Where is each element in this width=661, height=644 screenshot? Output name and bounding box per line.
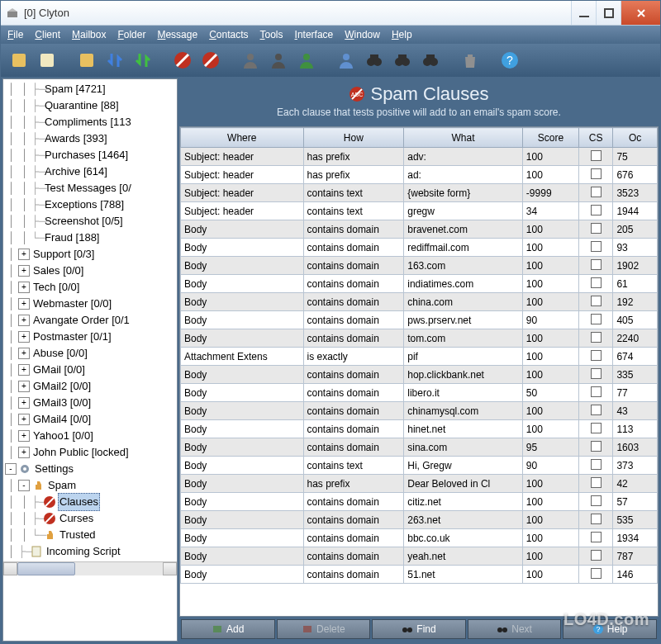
close-button[interactable] — [621, 1, 660, 25]
sync-down-icon[interactable] — [103, 49, 126, 72]
tree-item[interactable]: │+GMail2 [0/0] — [5, 378, 177, 395]
cell-what[interactable]: hinet.net — [404, 420, 523, 438]
cell-oc[interactable]: 335 — [613, 366, 658, 384]
cell-what[interactable]: Dear Beloved in Cl — [404, 475, 523, 493]
table-row[interactable]: Bodycontains domainchinamysql.com10043 — [181, 402, 658, 420]
cell-score[interactable]: 100 — [522, 566, 578, 584]
clauses-table[interactable]: WhereHowWhatScoreCSOc Subject: headerhas… — [180, 127, 658, 584]
tree-expander-icon[interactable]: + — [18, 298, 30, 310]
cell-how[interactable]: contains domain — [303, 293, 404, 311]
cell-how[interactable]: contains domain — [303, 275, 404, 293]
cell-oc[interactable]: 1603 — [613, 438, 658, 457]
forbid-icon[interactable] — [171, 49, 194, 72]
tree-expander-icon[interactable]: + — [18, 282, 30, 293]
cell-where[interactable]: Subject: header — [181, 148, 304, 166]
minimize-button[interactable] — [571, 1, 596, 25]
binoculars-back-icon[interactable] — [419, 49, 442, 72]
checkbox-icon[interactable] — [591, 532, 602, 542]
cell-how[interactable]: contains text — [303, 457, 404, 475]
cell-how[interactable]: contains domain — [303, 384, 404, 402]
cell-where[interactable]: Body — [181, 275, 304, 293]
cell-score[interactable]: 100 — [522, 293, 578, 311]
cell-cs[interactable] — [579, 475, 613, 493]
cell-cs[interactable] — [579, 311, 613, 329]
table-row[interactable]: Bodycontains domainhop.clickbank.net1003… — [181, 366, 658, 384]
cell-oc[interactable]: 676 — [613, 166, 658, 184]
cell-cs[interactable] — [579, 420, 613, 438]
checkbox-icon[interactable] — [591, 368, 602, 379]
table-row[interactable]: Attachment Extensis exactlypif100674 — [181, 348, 658, 366]
scroll-right-icon[interactable] — [163, 562, 177, 575]
table-row[interactable]: Bodycontains domainbbc.co.uk1001934 — [181, 529, 658, 547]
find-button[interactable]: Find — [372, 619, 466, 639]
tree-item[interactable]: │+Support [0/3] — [5, 246, 177, 263]
cell-where[interactable]: Body — [181, 384, 304, 402]
user-shadow-icon[interactable] — [267, 49, 290, 72]
cell-what[interactable]: yeah.net — [404, 547, 523, 566]
cell-score[interactable]: 100 — [522, 547, 578, 566]
tree-item[interactable]: ││├─Compliments [113 — [5, 114, 177, 130]
tree-item[interactable]: ││├─Quarantine [88] — [5, 97, 177, 114]
folder-tree[interactable]: ││├─Spam [4721]││├─Quarantine [88]││├─Co… — [3, 79, 177, 561]
checkbox-icon[interactable] — [591, 187, 602, 197]
tree-item[interactable]: │+Yahoo1 [0/0] — [5, 428, 177, 444]
cell-score[interactable]: 100 — [522, 257, 578, 275]
cell-where[interactable]: Body — [181, 547, 304, 566]
cell-cs[interactable] — [579, 402, 613, 420]
menu-message[interactable]: Message — [157, 29, 197, 40]
cell-oc[interactable]: 57 — [613, 493, 658, 511]
tree-expander-icon[interactable]: + — [18, 249, 30, 260]
cell-oc[interactable]: 1944 — [613, 202, 658, 220]
cell-cs[interactable] — [579, 148, 613, 166]
cell-how[interactable]: contains domain — [303, 566, 404, 584]
tree-expander-icon[interactable]: + — [18, 447, 30, 458]
cell-how[interactable]: contains domain — [303, 366, 404, 384]
tree-expander-icon[interactable]: - — [18, 480, 30, 491]
cell-score[interactable]: 100 — [522, 493, 578, 511]
cell-cs[interactable] — [579, 166, 613, 184]
checkbox-icon[interactable] — [591, 550, 602, 561]
cell-score[interactable]: 34 — [522, 202, 578, 220]
cell-what[interactable]: {website form} — [404, 184, 523, 202]
cell-how[interactable]: contains domain — [303, 311, 404, 329]
checkbox-icon[interactable] — [591, 223, 602, 234]
cell-score[interactable]: 100 — [522, 275, 578, 293]
cell-how[interactable]: contains domain — [303, 511, 404, 529]
checkbox-icon[interactable] — [591, 477, 602, 488]
cell-oc[interactable]: 3523 — [613, 184, 658, 202]
cell-cs[interactable] — [579, 566, 613, 584]
cell-what[interactable]: adv: — [404, 148, 523, 166]
tree-expander-icon[interactable]: + — [18, 364, 30, 376]
menu-file[interactable]: File — [7, 29, 23, 40]
cell-how[interactable]: contains domain — [303, 402, 404, 420]
cell-cs[interactable] — [579, 329, 613, 348]
cell-score[interactable]: 100 — [522, 220, 578, 239]
cell-where[interactable]: Body — [181, 511, 304, 529]
tree-item[interactable]: │+Avangate Order [0/1 — [5, 312, 177, 329]
cell-how[interactable]: contains domain — [303, 239, 404, 257]
checkbox-icon[interactable] — [591, 150, 602, 161]
table-row[interactable]: Bodycontains domain263.net100535 — [181, 511, 658, 529]
checkbox-icon[interactable] — [591, 332, 602, 343]
tree-expander-icon[interactable]: + — [18, 381, 30, 392]
scroll-thumb[interactable] — [17, 562, 75, 575]
cell-where[interactable]: Body — [181, 493, 304, 511]
sync-up-icon[interactable] — [131, 49, 155, 72]
checkbox-icon[interactable] — [591, 168, 602, 179]
cell-cs[interactable] — [579, 184, 613, 202]
tree-item[interactable]: -Settings — [5, 461, 177, 477]
cell-where[interactable]: Body — [181, 311, 304, 329]
tree-item[interactable]: │+Webmaster [0/0] — [5, 296, 177, 312]
compose-icon[interactable] — [7, 49, 31, 72]
cell-cs[interactable] — [579, 493, 613, 511]
cell-score[interactable]: -9999 — [522, 184, 578, 202]
cell-where[interactable]: Subject: header — [181, 166, 304, 184]
tree-item[interactable]: ││├─Purchases [1464] — [5, 147, 177, 163]
cell-cs[interactable] — [579, 239, 613, 257]
column-header-where[interactable]: Where — [181, 128, 304, 148]
menu-interface[interactable]: Interface — [295, 29, 334, 40]
cell-what[interactable]: ad: — [404, 166, 523, 184]
help-button[interactable]: ?Help — [563, 619, 657, 639]
tree-item[interactable]: │+Abuse [0/0] — [5, 345, 177, 362]
cell-score[interactable]: 50 — [522, 384, 578, 402]
